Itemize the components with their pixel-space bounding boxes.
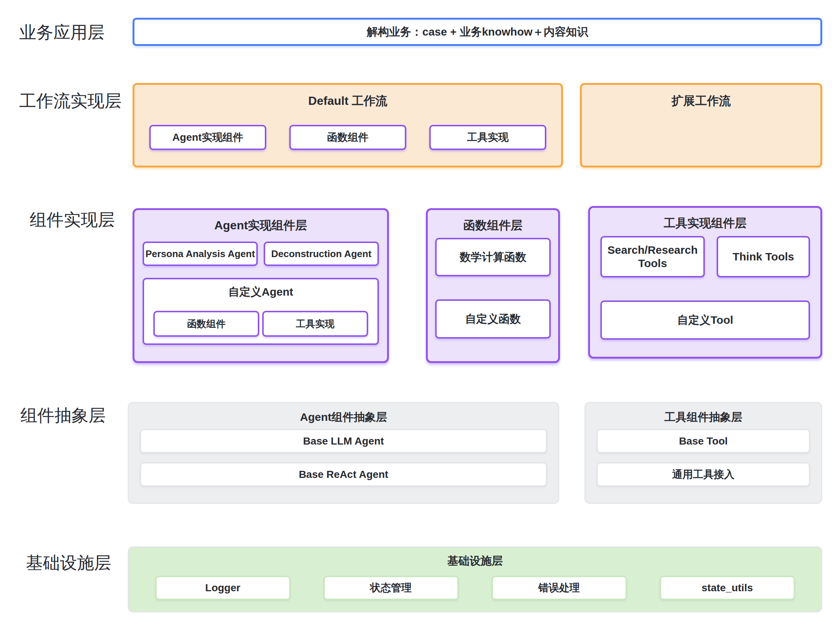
general-tool-access-box: 通用工具接入 — [597, 462, 810, 487]
business-box-text: 解构业务：case + 业务knowhow＋内容知识 — [367, 24, 588, 40]
infrastructure-container: 基础设施层 Logger 状态管理 错误处理 state_utils — [128, 547, 822, 612]
layer-label-workflow: 工作流实现层 — [19, 91, 122, 111]
math-function-box: 数学计算函数 — [435, 238, 551, 276]
custom-agent-box: 自定义Agent 函数组件 工具实现 — [142, 278, 379, 345]
infrastructure-title: 基础设施层 — [129, 553, 821, 569]
layer-label-infrastructure: 基础设施层 — [26, 553, 111, 573]
persona-analysis-agent-box: Persona Analysis Agent — [142, 242, 258, 266]
custom-agent-function-component-box: 函数组件 — [153, 311, 259, 337]
workflow-item-tool-impl: 工具实现 — [429, 125, 546, 150]
tool-impl-layer-title: 工具实现组件层 — [590, 215, 820, 232]
agent-impl-agents-row: Persona Analysis Agent Deconstruction Ag… — [142, 242, 379, 266]
extended-workflow-title: 扩展工作流 — [582, 93, 820, 109]
agent-abstract-layer-title: Agent组件抽象层 — [129, 410, 558, 425]
infrastructure-items-row: Logger 状态管理 错误处理 state_utils — [129, 576, 821, 600]
base-react-agent-box: Base ReAct Agent — [140, 462, 547, 487]
default-workflow-title: Default 工作流 — [134, 93, 561, 109]
function-component-layer-container: 函数组件层 数学计算函数 自定义函数 — [426, 208, 560, 363]
custom-agent-title: 自定义Agent — [144, 284, 377, 300]
default-workflow-items: Agent实现组件 函数组件 工具实现 — [134, 125, 561, 150]
layer-label-component-abstract: 组件抽象层 — [21, 405, 106, 426]
error-handling-box: 错误处理 — [491, 576, 627, 600]
custom-function-box: 自定义函数 — [435, 299, 551, 338]
workflow-item-agent-component: Agent实现组件 — [149, 125, 266, 150]
agent-abstract-layer-container: Agent组件抽象层 Base LLM Agent Base ReAct Age… — [128, 402, 559, 504]
base-llm-agent-box: Base LLM Agent — [140, 429, 547, 453]
tool-impl-items-row: Search/Research Tools Think Tools — [600, 236, 810, 278]
tool-impl-layer-container: 工具实现组件层 Search/Research Tools Think Tool… — [588, 206, 822, 359]
tool-abstract-layer-title: 工具组件抽象层 — [586, 410, 821, 425]
custom-agent-items-row: 函数组件 工具实现 — [153, 311, 368, 337]
think-tools-box: Think Tools — [717, 236, 810, 278]
workflow-item-function-component: 函数组件 — [289, 125, 406, 150]
default-workflow-container: Default 工作流 Agent实现组件 函数组件 工具实现 — [133, 83, 563, 167]
function-component-layer-title: 函数组件层 — [428, 218, 558, 234]
base-tool-box: Base Tool — [597, 429, 810, 453]
search-research-tools-box: Search/Research Tools — [600, 236, 705, 278]
extended-workflow-container: 扩展工作流 — [580, 83, 822, 167]
custom-agent-tool-impl-box: 工具实现 — [262, 311, 368, 337]
layer-label-component-impl: 组件实现层 — [30, 210, 115, 230]
state-utils-box: state_utils — [660, 576, 795, 600]
agent-impl-layer-container: Agent实现组件层 Persona Analysis Agent Decons… — [133, 208, 389, 363]
layer-label-business: 业务应用层 — [19, 22, 104, 43]
architecture-diagram: 业务应用层 工作流实现层 组件实现层 组件抽象层 基础设施层 解构业务：case… — [0, 0, 840, 632]
logger-box: Logger — [155, 576, 291, 600]
tool-abstract-layer-container: 工具组件抽象层 Base Tool 通用工具接入 — [584, 402, 822, 504]
agent-impl-layer-title: Agent实现组件层 — [134, 218, 387, 234]
business-box: 解构业务：case + 业务knowhow＋内容知识 — [133, 18, 822, 46]
custom-tool-box: 自定义Tool — [600, 300, 810, 340]
deconstruction-agent-box: Deconstruction Agent — [264, 242, 379, 266]
state-management-box: 状态管理 — [323, 576, 459, 600]
